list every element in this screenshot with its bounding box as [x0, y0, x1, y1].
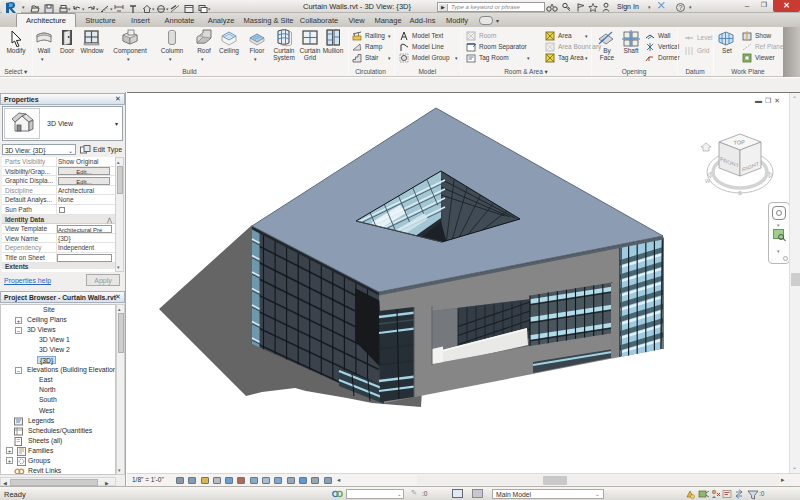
svg-text:TOP: TOP [733, 139, 745, 146]
svg-text:S: S [738, 190, 742, 196]
svg-text:W: W [705, 178, 711, 184]
